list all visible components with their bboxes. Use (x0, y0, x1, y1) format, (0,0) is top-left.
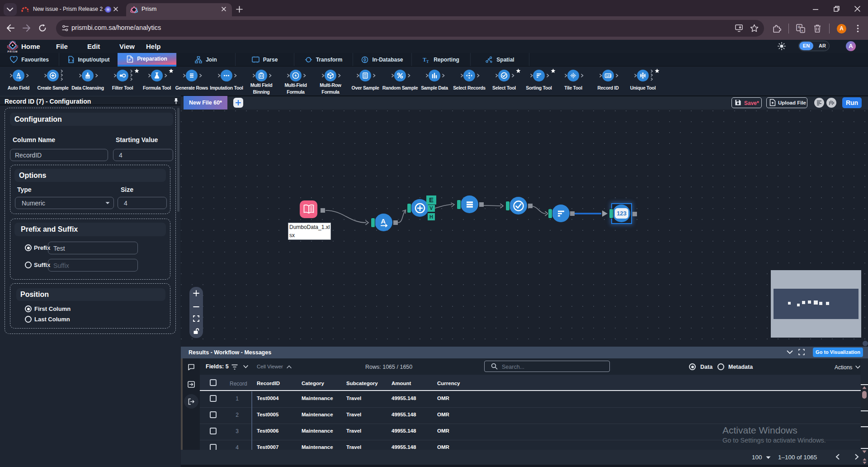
svg-text:T: T (423, 57, 426, 63)
svg-text:PRISM: PRISM (8, 50, 18, 53)
svg-text:A: A (17, 72, 20, 77)
svg-text:A: A (381, 218, 386, 225)
svg-text:123: 123 (606, 74, 611, 77)
svg-text:T: T (426, 60, 429, 63)
svg-text:x: x (802, 29, 803, 33)
svg-text:P: P (128, 58, 131, 62)
